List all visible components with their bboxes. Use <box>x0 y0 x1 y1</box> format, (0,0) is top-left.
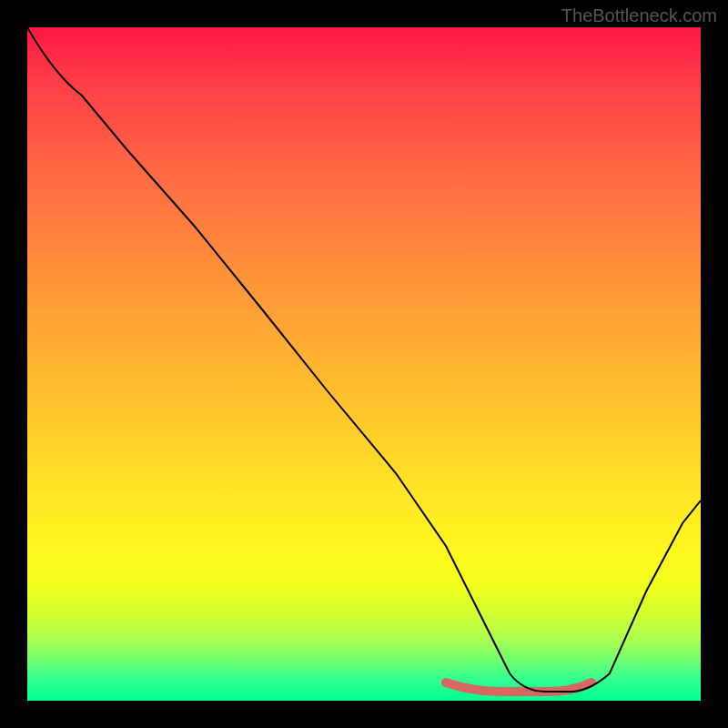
chart-plot-area <box>27 27 701 701</box>
bottleneck-curve-line <box>27 27 701 692</box>
chart-svg <box>27 27 701 701</box>
watermark-text: TheBottleneck.com <box>561 5 717 26</box>
